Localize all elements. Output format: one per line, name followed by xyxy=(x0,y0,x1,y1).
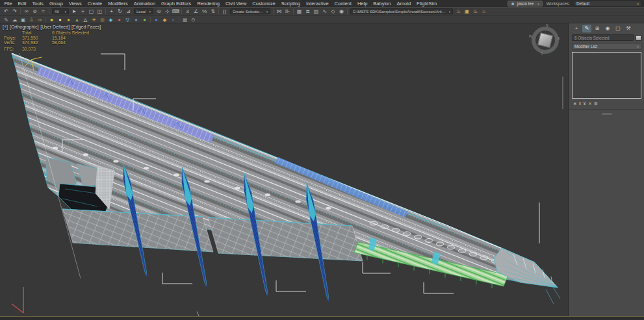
named-selection-sets-dropdown[interactable]: Create Selection Set▾ xyxy=(230,8,270,14)
menu-item[interactable]: Rendering xyxy=(194,0,223,7)
compound-object-icon[interactable]: ◈ xyxy=(107,16,115,23)
matte-material-icon[interactable]: ● xyxy=(169,16,177,23)
curve-editor-icon[interactable]: ∿ xyxy=(320,8,329,15)
menu-item[interactable]: Arnold xyxy=(394,0,414,7)
select-and-scale-icon[interactable]: ⊿ xyxy=(124,8,133,15)
menu-item[interactable]: FlightSim xyxy=(414,0,440,7)
paint-deform-icon[interactable]: ✎ xyxy=(2,16,10,23)
menu-item[interactable]: Tools xyxy=(29,0,47,7)
object-name-field[interactable]: 6 Objects Selected xyxy=(572,34,634,41)
select-and-manipulate-icon[interactable]: ⊹ xyxy=(163,8,172,15)
menu-item[interactable]: Babylon xyxy=(370,0,394,7)
selection-filter-dropdown[interactable]: All▾ xyxy=(52,8,69,14)
unlink-selection-icon[interactable]: ⊘ xyxy=(31,8,39,15)
menu-item[interactable]: Civil View xyxy=(222,0,249,7)
menu-item[interactable]: Graph Editors xyxy=(159,0,194,7)
project-folder-dropdown[interactable]: C:\MSFS SDK\Samples\SimpleAircraft\Sourc… xyxy=(350,8,453,14)
about-icon[interactable]: ⊙ xyxy=(189,16,198,23)
tab-modify[interactable]: ✎ xyxy=(582,25,591,32)
keyboard-shortcut-override-icon[interactable]: ⌨ xyxy=(172,8,180,15)
workspace-dropdown[interactable]: Default ▾ xyxy=(574,1,641,6)
select-object-icon[interactable]: ► xyxy=(70,8,79,15)
menu-item[interactable]: Group xyxy=(47,0,66,7)
window-crossing-icon[interactable]: ◫ xyxy=(96,8,104,15)
configure-modifier-sets-icon[interactable]: ⚙ xyxy=(594,101,598,107)
aircraft-model[interactable] xyxy=(0,49,569,316)
tab-utilities[interactable]: ⚒ xyxy=(624,25,633,32)
snaps-toggle-icon[interactable]: 3 xyxy=(183,8,192,15)
reference-coordinate-dropdown[interactable]: Local▾ xyxy=(134,8,153,14)
viewport-menu-user[interactable]: [User Defined] xyxy=(40,25,70,29)
torus-primitive-icon[interactable]: ◎ xyxy=(98,16,107,23)
cone-primitive-icon[interactable]: ▲ xyxy=(73,16,81,23)
cylinder-primitive-icon[interactable]: ▽ xyxy=(123,16,132,23)
render-setup-icon[interactable]: ♨ xyxy=(454,8,463,15)
select-by-name-icon[interactable]: ≡ xyxy=(79,8,87,15)
box-primitive-icon[interactable]: ■ xyxy=(47,16,56,23)
schematic-view-icon[interactable]: ◇ xyxy=(329,8,337,15)
viewport-menu-pov[interactable]: [Orthographic] xyxy=(10,25,38,29)
modifier-list-dropdown[interactable]: Modifier List ▾ xyxy=(572,43,641,50)
viewcube[interactable]: N E S W xyxy=(530,25,560,55)
viewport-menu-shading[interactable]: [Edged Faces] xyxy=(71,25,101,29)
import-asset-icon[interactable]: ⇩ xyxy=(27,16,36,23)
select-and-link-icon[interactable]: ∞ xyxy=(22,8,31,15)
export-asset-icon[interactable]: ⇨ xyxy=(36,16,44,23)
sphere-primitive-icon[interactable]: ● xyxy=(56,16,64,23)
tab-display[interactable]: ▢ xyxy=(613,25,623,32)
rendered-frame-window-icon[interactable]: ▣ xyxy=(463,8,471,15)
render-iterative-icon[interactable]: ♨ xyxy=(480,8,488,15)
menu-item[interactable]: File xyxy=(1,0,15,7)
use-pivot-point-icon[interactable]: ⊙ xyxy=(155,8,163,15)
toggle-layer-explorer-icon[interactable]: ≣ xyxy=(303,8,312,15)
pin-stack-icon[interactable]: ∗ xyxy=(573,101,577,107)
tab-hierarchy[interactable]: ⊞ xyxy=(593,25,602,32)
angle-snap-icon[interactable]: ∠ xyxy=(192,8,200,15)
material-sphere-blue-icon[interactable]: ● xyxy=(132,16,140,23)
mirror-icon[interactable]: ⋈ xyxy=(275,8,283,15)
toggle-ribbon-icon[interactable]: ▤ xyxy=(312,8,320,15)
tab-create[interactable]: + xyxy=(572,25,581,32)
pyramid-primitive-icon[interactable]: △ xyxy=(81,16,90,23)
bind-to-space-warp-icon[interactable]: ≈ xyxy=(39,8,47,15)
viewport-canvas[interactable] xyxy=(0,23,569,316)
undo-icon[interactable]: ↶ xyxy=(2,8,10,15)
align-icon[interactable]: ⊪ xyxy=(283,8,292,15)
render-production-icon[interactable]: ♨ xyxy=(471,8,480,15)
menu-item[interactable]: Animation xyxy=(131,0,158,7)
cloud-sync-icon[interactable]: ☁ xyxy=(10,16,19,23)
asset-library-icon[interactable]: ▦ xyxy=(181,16,189,23)
toggle-scene-explorer-icon[interactable]: ▦ xyxy=(295,8,303,15)
select-and-rotate-icon[interactable]: ↻ xyxy=(116,8,124,15)
tab-motion[interactable]: ◉ xyxy=(603,25,612,32)
user-account-button[interactable]: ☻ jason lee ▾ xyxy=(508,1,543,6)
geosphere-primitive-icon[interactable]: ● xyxy=(64,16,73,23)
show-end-result-icon[interactable]: ‖ xyxy=(579,101,581,107)
menu-item[interactable]: Edit xyxy=(15,0,29,7)
menu-item[interactable]: Help xyxy=(354,0,370,7)
redo-icon[interactable]: ↷ xyxy=(10,8,19,15)
menu-item[interactable]: Scripting xyxy=(278,0,303,7)
menu-item[interactable]: Content xyxy=(331,0,354,7)
menu-item[interactable]: Create xyxy=(84,0,105,7)
material-editor-icon[interactable]: ◉ xyxy=(337,8,346,15)
viewport-orthographic[interactable]: [+][Orthographic][User Defined][Edged Fa… xyxy=(0,23,569,316)
viewport-capture-icon[interactable]: ▣ xyxy=(19,16,27,23)
modifier-stack[interactable] xyxy=(572,52,641,99)
make-unique-icon[interactable]: ⊻ xyxy=(583,101,586,107)
spinner-snap-icon[interactable]: ⇅ xyxy=(209,8,217,15)
panel-scrollbar[interactable] xyxy=(602,113,612,115)
remove-modifier-icon[interactable]: ✕ xyxy=(588,101,592,107)
physical-material-icon[interactable]: ● xyxy=(152,16,161,23)
object-color-swatch[interactable] xyxy=(636,35,641,41)
percent-snap-icon[interactable]: % xyxy=(200,8,209,15)
menu-item[interactable]: Views xyxy=(66,0,84,7)
menu-item[interactable]: Customize xyxy=(250,0,278,7)
menu-item[interactable]: Modifiers xyxy=(105,0,131,7)
menu-item[interactable]: Interactive xyxy=(303,0,331,7)
select-and-move-icon[interactable]: + xyxy=(107,8,116,15)
viewport-menu-general[interactable]: [+] xyxy=(3,25,8,29)
rectangular-selection-region-icon[interactable]: ▢ xyxy=(87,8,96,15)
material-sphere-green-icon[interactable]: ● xyxy=(140,16,149,23)
edit-named-selection-sets-icon[interactable]: {} xyxy=(220,8,229,15)
